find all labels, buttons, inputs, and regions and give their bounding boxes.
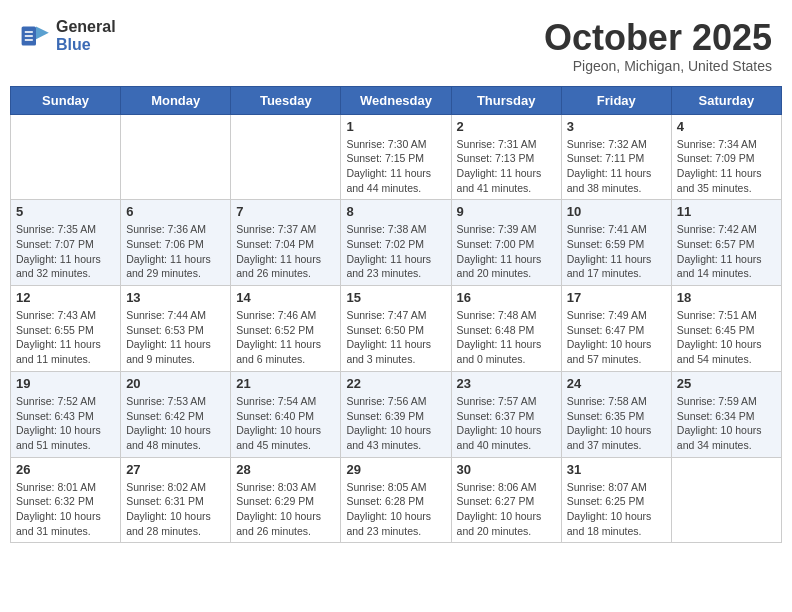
sunset-text: Sunset: 6:28 PM (346, 495, 424, 507)
sunrise-text: Sunrise: 7:34 AM (677, 138, 757, 150)
sunrise-text: Sunrise: 7:36 AM (126, 223, 206, 235)
calendar-day-cell: 3Sunrise: 7:32 AMSunset: 7:11 PMDaylight… (561, 114, 671, 200)
day-number: 18 (677, 290, 776, 305)
calendar-day-cell: 30Sunrise: 8:06 AMSunset: 6:27 PMDayligh… (451, 457, 561, 543)
weekday-header: Friday (561, 86, 671, 114)
sunrise-text: Sunrise: 8:03 AM (236, 481, 316, 493)
daylight-text: Daylight: 11 hours and 26 minutes. (236, 253, 321, 280)
location-subtitle: Pigeon, Michigan, United States (544, 58, 772, 74)
calendar-day-cell: 27Sunrise: 8:02 AMSunset: 6:31 PMDayligh… (121, 457, 231, 543)
calendar-day-cell: 23Sunrise: 7:57 AMSunset: 6:37 PMDayligh… (451, 371, 561, 457)
day-number: 19 (16, 376, 115, 391)
sunrise-text: Sunrise: 7:46 AM (236, 309, 316, 321)
calendar-week-row: 19Sunrise: 7:52 AMSunset: 6:43 PMDayligh… (11, 371, 782, 457)
daylight-text: Daylight: 11 hours and 29 minutes. (126, 253, 211, 280)
day-info: Sunrise: 8:07 AMSunset: 6:25 PMDaylight:… (567, 480, 666, 539)
day-number: 2 (457, 119, 556, 134)
sunset-text: Sunset: 6:35 PM (567, 410, 645, 422)
calendar-day-cell: 24Sunrise: 7:58 AMSunset: 6:35 PMDayligh… (561, 371, 671, 457)
day-number: 7 (236, 204, 335, 219)
calendar-day-cell: 19Sunrise: 7:52 AMSunset: 6:43 PMDayligh… (11, 371, 121, 457)
sunrise-text: Sunrise: 7:30 AM (346, 138, 426, 150)
calendar-day-cell: 22Sunrise: 7:56 AMSunset: 6:39 PMDayligh… (341, 371, 451, 457)
day-info: Sunrise: 7:38 AMSunset: 7:02 PMDaylight:… (346, 222, 445, 281)
daylight-text: Daylight: 10 hours and 31 minutes. (16, 510, 101, 537)
calendar-day-cell: 29Sunrise: 8:05 AMSunset: 6:28 PMDayligh… (341, 457, 451, 543)
day-info: Sunrise: 8:06 AMSunset: 6:27 PMDaylight:… (457, 480, 556, 539)
sunrise-text: Sunrise: 7:52 AM (16, 395, 96, 407)
day-info: Sunrise: 8:05 AMSunset: 6:28 PMDaylight:… (346, 480, 445, 539)
day-number: 15 (346, 290, 445, 305)
weekday-header: Tuesday (231, 86, 341, 114)
calendar-day-cell: 4Sunrise: 7:34 AMSunset: 7:09 PMDaylight… (671, 114, 781, 200)
daylight-text: Daylight: 10 hours and 54 minutes. (677, 338, 762, 365)
calendar-day-cell: 5Sunrise: 7:35 AMSunset: 7:07 PMDaylight… (11, 200, 121, 286)
calendar-week-row: 5Sunrise: 7:35 AMSunset: 7:07 PMDaylight… (11, 200, 782, 286)
sunrise-text: Sunrise: 7:39 AM (457, 223, 537, 235)
day-info: Sunrise: 7:34 AMSunset: 7:09 PMDaylight:… (677, 137, 776, 196)
daylight-text: Daylight: 11 hours and 38 minutes. (567, 167, 652, 194)
day-number: 12 (16, 290, 115, 305)
sunset-text: Sunset: 7:04 PM (236, 238, 314, 250)
daylight-text: Daylight: 11 hours and 17 minutes. (567, 253, 652, 280)
sunrise-text: Sunrise: 7:38 AM (346, 223, 426, 235)
day-info: Sunrise: 7:32 AMSunset: 7:11 PMDaylight:… (567, 137, 666, 196)
sunset-text: Sunset: 6:59 PM (567, 238, 645, 250)
calendar-day-cell (11, 114, 121, 200)
daylight-text: Daylight: 10 hours and 18 minutes. (567, 510, 652, 537)
sunset-text: Sunset: 7:13 PM (457, 152, 535, 164)
sunrise-text: Sunrise: 7:56 AM (346, 395, 426, 407)
sunset-text: Sunset: 6:32 PM (16, 495, 94, 507)
sunset-text: Sunset: 6:43 PM (16, 410, 94, 422)
daylight-text: Daylight: 11 hours and 3 minutes. (346, 338, 431, 365)
day-info: Sunrise: 7:59 AMSunset: 6:34 PMDaylight:… (677, 394, 776, 453)
sunset-text: Sunset: 6:34 PM (677, 410, 755, 422)
day-number: 8 (346, 204, 445, 219)
sunrise-text: Sunrise: 7:51 AM (677, 309, 757, 321)
daylight-text: Daylight: 10 hours and 51 minutes. (16, 424, 101, 451)
day-number: 1 (346, 119, 445, 134)
day-number: 28 (236, 462, 335, 477)
day-number: 5 (16, 204, 115, 219)
day-info: Sunrise: 7:48 AMSunset: 6:48 PMDaylight:… (457, 308, 556, 367)
sunrise-text: Sunrise: 7:49 AM (567, 309, 647, 321)
day-info: Sunrise: 7:51 AMSunset: 6:45 PMDaylight:… (677, 308, 776, 367)
logo-text: General Blue (56, 18, 116, 53)
sunset-text: Sunset: 6:29 PM (236, 495, 314, 507)
calendar-day-cell: 13Sunrise: 7:44 AMSunset: 6:53 PMDayligh… (121, 286, 231, 372)
svg-rect-4 (25, 39, 33, 41)
logo-blue: Blue (56, 36, 116, 54)
day-info: Sunrise: 7:52 AMSunset: 6:43 PMDaylight:… (16, 394, 115, 453)
calendar-day-cell (121, 114, 231, 200)
day-info: Sunrise: 7:39 AMSunset: 7:00 PMDaylight:… (457, 222, 556, 281)
daylight-text: Daylight: 10 hours and 37 minutes. (567, 424, 652, 451)
day-info: Sunrise: 7:42 AMSunset: 6:57 PMDaylight:… (677, 222, 776, 281)
day-number: 26 (16, 462, 115, 477)
day-number: 14 (236, 290, 335, 305)
daylight-text: Daylight: 11 hours and 9 minutes. (126, 338, 211, 365)
calendar-day-cell: 16Sunrise: 7:48 AMSunset: 6:48 PMDayligh… (451, 286, 561, 372)
logo: General Blue (20, 18, 116, 53)
day-info: Sunrise: 7:53 AMSunset: 6:42 PMDaylight:… (126, 394, 225, 453)
sunrise-text: Sunrise: 7:35 AM (16, 223, 96, 235)
calendar-day-cell: 31Sunrise: 8:07 AMSunset: 6:25 PMDayligh… (561, 457, 671, 543)
sunrise-text: Sunrise: 7:54 AM (236, 395, 316, 407)
calendar-day-cell: 6Sunrise: 7:36 AMSunset: 7:06 PMDaylight… (121, 200, 231, 286)
day-info: Sunrise: 7:31 AMSunset: 7:13 PMDaylight:… (457, 137, 556, 196)
day-info: Sunrise: 7:46 AMSunset: 6:52 PMDaylight:… (236, 308, 335, 367)
day-number: 3 (567, 119, 666, 134)
weekday-header: Wednesday (341, 86, 451, 114)
day-info: Sunrise: 7:58 AMSunset: 6:35 PMDaylight:… (567, 394, 666, 453)
sunrise-text: Sunrise: 7:58 AM (567, 395, 647, 407)
day-number: 20 (126, 376, 225, 391)
day-info: Sunrise: 7:57 AMSunset: 6:37 PMDaylight:… (457, 394, 556, 453)
calendar-day-cell: 25Sunrise: 7:59 AMSunset: 6:34 PMDayligh… (671, 371, 781, 457)
calendar-day-cell: 7Sunrise: 7:37 AMSunset: 7:04 PMDaylight… (231, 200, 341, 286)
sunset-text: Sunset: 7:11 PM (567, 152, 645, 164)
sunrise-text: Sunrise: 7:31 AM (457, 138, 537, 150)
calendar-week-row: 1Sunrise: 7:30 AMSunset: 7:15 PMDaylight… (11, 114, 782, 200)
day-number: 23 (457, 376, 556, 391)
calendar-day-cell: 8Sunrise: 7:38 AMSunset: 7:02 PMDaylight… (341, 200, 451, 286)
sunrise-text: Sunrise: 7:57 AM (457, 395, 537, 407)
sunset-text: Sunset: 6:27 PM (457, 495, 535, 507)
